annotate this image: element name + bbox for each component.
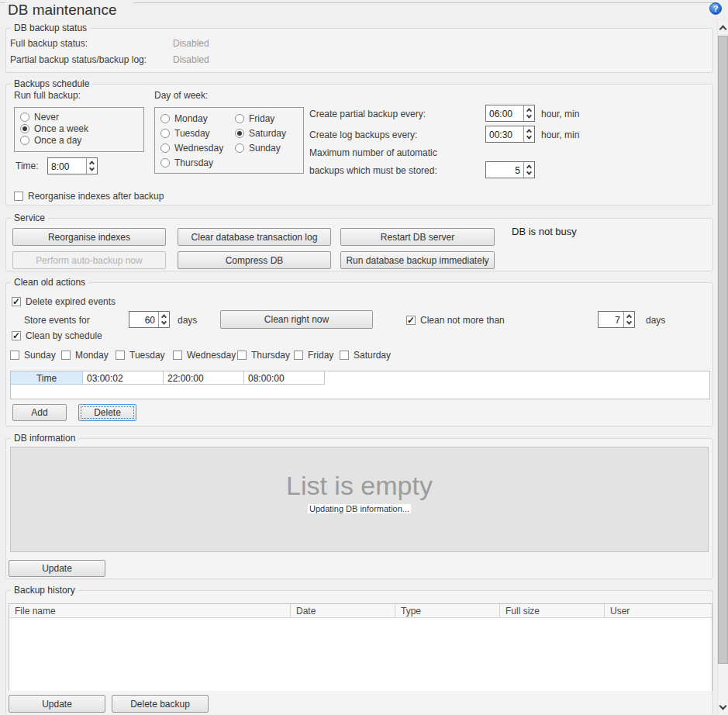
spinner-buttons[interactable] [523,126,534,142]
checkbox-icon[interactable] [294,351,303,360]
clean-not-more-checkbox[interactable]: Clean not more than [406,315,505,326]
checkbox-icon[interactable] [12,297,21,306]
store-days-unit: days [178,315,197,326]
radio-tuesday[interactable]: Tuesday [160,128,210,139]
weekday-wednesday-checkbox[interactable]: Wednesday [173,350,236,361]
spinner-buttons[interactable] [86,158,97,174]
checkbox-icon[interactable] [406,316,416,325]
checkbox-icon[interactable] [14,192,23,201]
store-days-value[interactable]: 60 [129,312,158,327]
spin-down-icon[interactable] [161,319,167,324]
radio-wednesday[interactable]: Wednesday [160,143,223,154]
store-days-spinner[interactable]: 60 [129,311,170,328]
column-header-user[interactable]: User [605,604,712,617]
perform-autobackup-button[interactable]: Perform auto-backup now [12,251,166,269]
radio-once-a-week[interactable]: Once a week [20,123,88,134]
page-title: DB maintenance [8,2,116,19]
time-cell[interactable]: 22:00:00 [164,371,244,385]
checkbox-label: Wednesday [187,350,236,361]
vertical-scrollbar[interactable] [717,22,728,715]
scroll-up-icon[interactable] [719,26,727,33]
column-header-type[interactable]: Type [395,604,500,617]
weekday-sunday-checkbox[interactable]: Sunday [10,350,56,361]
spinner-buttons[interactable] [523,105,534,121]
not-more-days-value[interactable]: 7 [599,312,623,327]
partial-backup-value[interactable]: 06:00 [486,105,523,121]
spinner-buttons[interactable] [523,162,534,178]
spinner-buttons[interactable] [623,312,634,327]
radio-icon[interactable] [160,129,170,138]
max-backups-spinner[interactable]: 5 [485,161,535,178]
scroll-down-icon[interactable] [719,703,727,710]
max-backups-value[interactable]: 5 [486,162,523,178]
log-backup-value[interactable]: 00:30 [486,126,523,142]
add-button[interactable]: Add [12,404,67,421]
time-row-header[interactable]: Time [11,371,83,385]
history-update-button[interactable]: Update [9,695,105,713]
spin-down-icon[interactable] [526,112,532,118]
radio-icon[interactable] [160,143,170,153]
weekday-tuesday-checkbox[interactable]: Tuesday [116,350,165,361]
radio-icon[interactable] [160,158,170,168]
reorganise-indexes-button[interactable]: Reorganise indexes [12,228,166,246]
radio-icon[interactable] [235,129,244,138]
group-caption: Backups schedule [11,78,92,89]
time-cell[interactable]: 08:00:00 [244,371,325,385]
radio-monday[interactable]: Monday [160,113,208,124]
restart-db-server-button[interactable]: Restart DB server [340,228,495,246]
run-backup-immediately-button[interactable]: Run database backup immediately [340,251,495,269]
clean-by-schedule-checkbox[interactable]: Clean by schedule [12,330,102,341]
radio-icon[interactable] [20,136,29,145]
column-header-date[interactable]: Date [291,604,395,617]
radio-icon[interactable] [20,124,29,133]
log-backup-spinner[interactable]: 00:30 [485,126,535,143]
not-more-days-spinner[interactable]: 7 [598,311,635,328]
spin-down-icon[interactable] [526,169,532,174]
backup-time-spinner[interactable]: 8:00 AM [47,157,98,174]
column-header-full-size[interactable]: Full size [500,604,605,617]
radio-friday[interactable]: Friday [235,113,274,124]
delete-button[interactable]: Delete [78,404,136,421]
compress-db-button[interactable]: Compress DB [178,251,331,269]
checkbox-icon[interactable] [12,331,21,340]
checkbox-icon[interactable] [10,351,19,360]
weekday-monday-checkbox[interactable]: Monday [61,350,109,361]
time-cell[interactable]: 03:00:02 [83,371,164,385]
radio-thursday[interactable]: Thursday [160,157,213,168]
clear-transaction-log-button[interactable]: Clear database transaction log [178,228,331,246]
scrollbar-thumb[interactable] [718,36,728,664]
help-icon[interactable]: ? [709,2,722,15]
backup-time-value[interactable]: 8:00 AM [48,158,86,174]
checkbox-icon[interactable] [116,351,125,360]
radio-saturday[interactable]: Saturday [235,128,286,139]
radio-once-a-day[interactable]: Once a day [20,135,81,146]
not-more-days-unit: days [646,315,665,326]
delete-backup-button[interactable]: Delete backup [112,695,209,713]
clean-schedule-table[interactable]: Time 03:00:02 22:00:00 08:00:00 [10,371,710,399]
weekday-friday-checkbox[interactable]: Friday [294,350,333,361]
radio-icon[interactable] [20,112,29,122]
checkbox-label: Monday [75,350,109,361]
spinner-buttons[interactable] [158,312,169,327]
weekday-saturday-checkbox[interactable]: Saturday [340,350,391,361]
db-info-update-button[interactable]: Update [9,560,105,577]
reorganise-after-backup-checkbox[interactable]: Reorganise indexes after backup [14,191,164,202]
partial-backup-spinner[interactable]: 06:00 [485,105,535,122]
radio-icon[interactable] [160,114,170,123]
radio-icon[interactable] [235,114,244,123]
spin-down-icon[interactable] [626,319,632,324]
backup-history-table[interactable]: File name Date Type Full size User [9,603,712,691]
clean-right-now-button[interactable]: Clean right now [220,310,373,329]
checkbox-icon[interactable] [340,351,349,360]
delete-expired-events-checkbox[interactable]: Delete expired events [12,296,116,307]
checkbox-icon[interactable] [237,351,247,360]
checkbox-icon[interactable] [61,351,71,360]
column-header-file-name[interactable]: File name [9,604,291,617]
radio-icon[interactable] [235,143,244,153]
weekday-thursday-checkbox[interactable]: Thursday [237,350,290,361]
checkbox-icon[interactable] [173,351,182,360]
spin-down-icon[interactable] [89,165,95,171]
spin-down-icon[interactable] [526,133,532,139]
radio-never[interactable]: Never [20,112,59,123]
radio-sunday[interactable]: Sunday [235,143,281,154]
